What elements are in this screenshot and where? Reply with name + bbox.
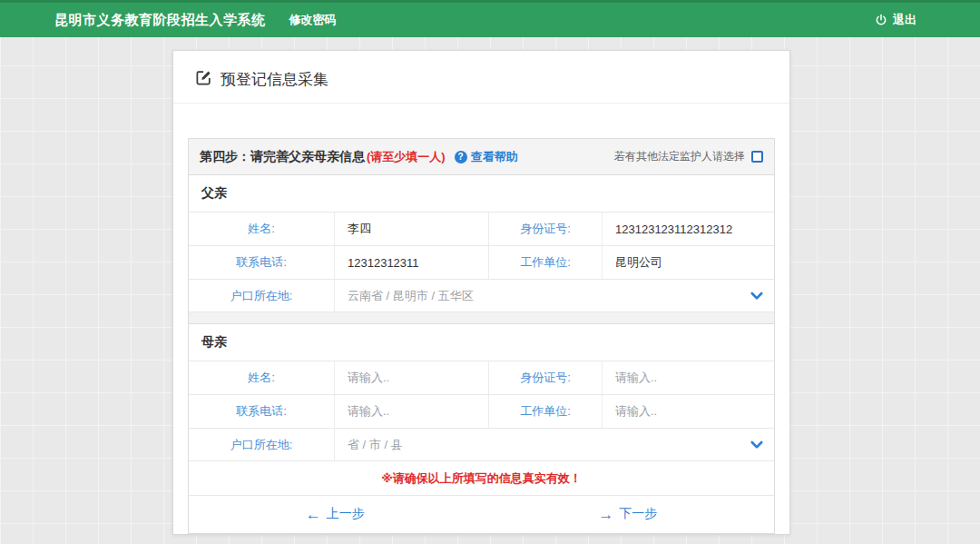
mother-id-label: 身份证号: <box>488 361 602 394</box>
guardian-option-label: 若有其他法定监护人请选择 <box>614 149 745 164</box>
mother-section-title: 母亲 <box>189 324 774 361</box>
mother-section: 母亲 姓名: 请输入.. 身份证号: 请输入.. 联系电话: 请输入.. 工作单… <box>189 324 774 461</box>
father-id-label: 身份证号: <box>488 213 602 245</box>
next-half: → 下一步 <box>482 506 775 522</box>
step-navigation: ← 上一步 → 下一步 <box>189 496 774 533</box>
step-note: (请至少填一人) <box>367 149 446 165</box>
page-title: 预登记信息采集 <box>220 69 328 90</box>
prev-half: ← 上一步 <box>189 506 482 522</box>
father-phone-value[interactable]: 12312312311 <box>334 246 488 279</box>
arrow-right-icon: → <box>598 507 613 522</box>
father-work-label: 工作单位: <box>488 246 602 279</box>
help-link-label: 查看帮助 <box>471 149 518 165</box>
step-header: 第四步：请完善父亲母亲信息 (请至少填一人) ? 查看帮助 若有其他法定监护人请… <box>189 139 774 175</box>
mother-name-value[interactable]: 请输入.. <box>334 361 488 394</box>
father-name-value[interactable]: 李四 <box>334 213 488 245</box>
mother-row-phone-work: 联系电话: 请输入.. 工作单位: 请输入.. <box>189 395 774 429</box>
father-phone-label: 联系电话: <box>189 246 334 279</box>
father-row-name-id: 姓名: 李四 身份证号: 123123123112312312 <box>189 213 774 246</box>
father-section: 父亲 姓名: 李四 身份证号: 123123123112312312 联系电话:… <box>189 175 774 312</box>
mother-phone-label: 联系电话: <box>189 395 334 428</box>
card-header: 预登记信息采集 <box>173 51 789 104</box>
mother-row-name-id: 姓名: 请输入.. 身份证号: 请输入.. <box>189 361 774 395</box>
mother-residence-label: 户口所在地: <box>189 429 334 460</box>
father-work-value[interactable]: 昆明公司 <box>602 246 774 279</box>
father-name-label: 姓名: <box>189 213 334 245</box>
father-residence-value[interactable]: 云南省 / 昆明市 / 五华区 <box>334 280 750 312</box>
warning-text: ※请确保以上所填写的信息真实有效！ <box>189 461 774 496</box>
mother-work-label: 工作单位: <box>488 395 602 428</box>
logout-button[interactable]: 退出 <box>893 12 916 28</box>
main-card: 预登记信息采集 第四步：请完善父亲母亲信息 (请至少填一人) ? 查看帮助 若有… <box>172 50 790 535</box>
guardian-checkbox[interactable] <box>751 151 763 163</box>
app-title: 昆明市义务教育阶段招生入学系统 <box>54 12 266 29</box>
arrow-left-icon: ← <box>306 507 321 522</box>
father-residence-label: 户口所在地: <box>189 280 334 312</box>
next-step-button[interactable]: → 下一步 <box>598 506 657 522</box>
question-icon: ? <box>455 151 467 163</box>
top-navbar: 昆明市义务教育阶段招生入学系统 修改密码 退出 <box>0 0 980 37</box>
section-gap <box>189 312 774 324</box>
change-password-link[interactable]: 修改密码 <box>289 12 337 28</box>
mother-name-label: 姓名: <box>189 361 334 394</box>
step-title: 第四步：请完善父亲母亲信息 <box>200 149 365 165</box>
prev-step-button[interactable]: ← 上一步 <box>306 506 365 522</box>
father-id-value[interactable]: 123123123112312312 <box>602 213 774 245</box>
mother-residence-value[interactable]: 省 / 市 / 县 <box>334 429 750 460</box>
chevron-down-icon[interactable] <box>750 292 763 301</box>
prev-step-label: 上一步 <box>327 506 365 522</box>
form-area: 第四步：请完善父亲母亲信息 (请至少填一人) ? 查看帮助 若有其他法定监护人请… <box>188 138 775 534</box>
mother-residence-row: 户口所在地: 省 / 市 / 县 <box>189 429 774 461</box>
father-row-phone-work: 联系电话: 12312312311 工作单位: 昆明公司 <box>189 246 774 280</box>
mother-phone-value[interactable]: 请输入.. <box>334 395 488 428</box>
chevron-down-icon[interactable] <box>750 440 763 450</box>
help-link[interactable]: ? 查看帮助 <box>455 149 518 165</box>
mother-work-value[interactable]: 请输入.. <box>602 395 774 428</box>
father-residence-row: 户口所在地: 云南省 / 昆明市 / 五华区 <box>189 280 774 312</box>
mother-id-value[interactable]: 请输入.. <box>602 361 774 394</box>
topbar-right-group: 退出 <box>875 12 916 28</box>
edit-icon <box>195 69 212 90</box>
father-section-title: 父亲 <box>189 175 774 213</box>
power-icon <box>875 14 887 26</box>
next-step-label: 下一步 <box>619 506 657 522</box>
